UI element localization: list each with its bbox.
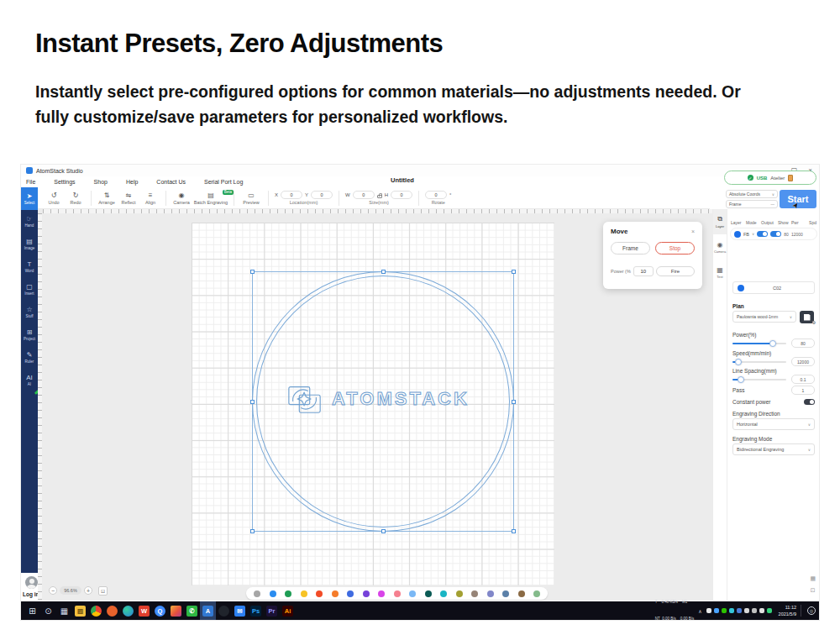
taskbar-wps-icon[interactable]: W [136,601,152,620]
output-toggle[interactable] [757,231,768,237]
align-button[interactable]: ≡ Align [139,192,161,205]
show-desktop-divider[interactable] [801,605,801,617]
reflect-button[interactable]: ⇋ Reflect [118,192,139,205]
palette-color[interactable] [332,590,339,597]
engraving-direction-select[interactable]: Horizontal ∨ [732,418,815,430]
zoom-in-button[interactable]: + [84,586,92,595]
sidebar-item-ai[interactable]: AI AI [21,369,38,391]
resize-handle-e[interactable] [512,400,516,404]
palette-color[interactable] [518,590,525,597]
taskbar-orange-app-icon[interactable] [104,601,120,620]
menu-serial-port-log[interactable]: Serial Port Log [204,179,243,185]
palette-color[interactable] [301,590,307,597]
camera-button[interactable]: ◉ Camera [171,192,192,205]
taskbar-chrome-icon[interactable] [88,601,104,620]
plan-select[interactable]: Paulownia wood-1mm ∨ [732,311,796,323]
taskbar-file-explorer-icon[interactable]: ▨ [72,601,88,620]
login-link[interactable]: Log in [23,591,39,597]
sidebar-item-select[interactable]: ➤ Select [21,187,38,210]
show-toggle[interactable] [770,231,781,237]
sidebar-item-ruler[interactable]: ✎ Ruler [21,346,38,369]
tray-icon[interactable] [759,608,764,613]
save-preset-button[interactable]: ⚙ [800,311,814,323]
canvas-area[interactable]: ATOMSTACK Move × Frame Stop Power (% 10 … [38,209,712,601]
y-input[interactable]: 0 [311,191,333,199]
palette-color[interactable] [394,590,401,597]
palette-color[interactable] [425,590,432,597]
palette-color[interactable] [440,590,447,597]
palette-color[interactable] [363,590,370,597]
taskbar-edge-icon[interactable] [120,601,136,620]
rotate-input[interactable]: 0 [425,191,447,199]
palette-color[interactable] [270,590,276,597]
resize-handle-se[interactable] [512,529,516,533]
resize-handle-s[interactable] [381,529,386,533]
tab-camera[interactable]: ◉ Camera [713,234,727,260]
menu-file[interactable]: File [26,179,35,185]
preview-button[interactable]: ▭ Preview [239,192,264,205]
undo-button[interactable]: ↺ Undo [43,192,65,205]
taskbar-illustrator-icon[interactable]: Ai [280,601,296,620]
sidebar-item-hand[interactable]: ☞ Hand [21,210,38,233]
taskbar-task-view-icon[interactable]: ▦ [56,601,72,620]
taskbar-mail-icon[interactable]: ✉ [232,601,248,620]
taskbar-atomstack-studio-icon[interactable]: A [200,601,216,620]
speed-value[interactable]: 12000 [791,357,815,366]
notification-icon[interactable]: ◎ [807,606,816,615]
start-button[interactable]: Start ➤ [780,190,816,208]
taskbar-wechat-icon[interactable]: ✆ [184,601,200,620]
taskbar-photoshop-icon[interactable]: Ps [248,601,264,620]
resize-handle-n[interactable] [381,270,386,274]
sidebar-item-project[interactable]: ⊞ Project [21,323,38,346]
taskbar-quark-icon[interactable]: Q [152,601,168,620]
menu-settings[interactable]: Settings [54,179,75,185]
palette-color[interactable] [378,590,385,597]
pass-value[interactable]: 1 [791,386,815,395]
palette-color[interactable] [254,590,260,597]
line-spacing-slider[interactable] [732,375,786,383]
stop-button[interactable]: Stop [655,242,695,255]
fire-button[interactable]: Fire [656,266,695,276]
palette-color[interactable] [471,590,478,597]
batch-engraving-button[interactable]: ▤ Batch Engraving Beta [192,192,229,205]
close-icon[interactable]: × [691,228,695,234]
tray-icon[interactable] [729,608,734,613]
power-slider[interactable] [732,339,786,347]
fit-view-button[interactable]: ⊡ [98,586,108,596]
tray-icon[interactable] [722,608,727,613]
sidebar-item-stuff[interactable]: ☆ Stuff [21,301,38,323]
sidebar-item-insert[interactable]: ▢ Insert [21,278,38,301]
menu-help[interactable]: Help [126,179,138,185]
palette-color[interactable] [316,590,323,597]
grid-icon[interactable]: ▦ [810,575,816,582]
zoom-out-button[interactable]: − [49,586,57,595]
palette-color[interactable] [456,590,463,597]
palette-color[interactable] [347,590,354,597]
tray-icon[interactable] [737,608,742,613]
tray-icon[interactable] [744,608,749,613]
redo-button[interactable]: ↻ Redo [65,192,87,205]
tray-icon[interactable] [767,608,772,613]
line-spacing-value[interactable]: 0.1 [791,375,815,384]
selected-layer-pill[interactable]: C02 [732,281,815,294]
resize-handle-w[interactable] [250,400,255,404]
width-input[interactable]: 0 [353,191,375,199]
arrange-button[interactable]: ⇅ Arrange [96,192,118,205]
frame-select[interactable]: Frame — [726,200,778,208]
height-input[interactable]: 0 [391,191,412,199]
frame-button[interactable]: Frame [611,242,650,255]
tab-test[interactable]: ▦ Test [713,260,727,285]
coords-select[interactable]: Absolute Coords ∨ [726,190,778,198]
workspace-grid[interactable]: ATOMSTACK [192,223,554,585]
taskbar-steam-icon[interactable] [216,601,232,620]
atomstack-logo-artwork[interactable]: ATOMSTACK [286,380,470,417]
power-value[interactable]: 80 [791,338,815,348]
move-power-input[interactable]: 10 [633,266,654,276]
palette-color[interactable] [487,590,494,597]
palette-color[interactable] [502,590,509,597]
palette-color[interactable] [285,590,291,597]
menu-shop[interactable]: Shop [94,179,108,185]
resize-handle-nw[interactable] [250,270,255,274]
taskbar-start-icon[interactable]: ⊞ [24,601,40,620]
avatar[interactable] [25,576,38,589]
